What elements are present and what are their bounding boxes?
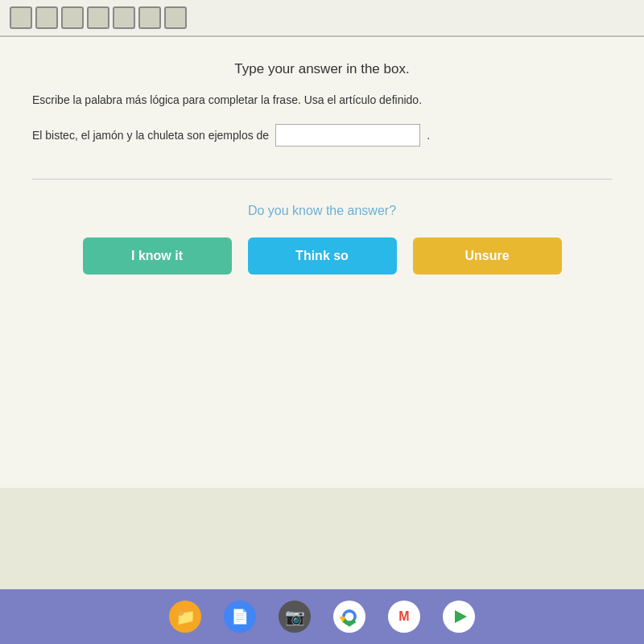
gmail-taskbar-icon[interactable]: M (388, 601, 420, 633)
play-store-taskbar-icon[interactable] (443, 601, 475, 633)
question-text: El bistec, el jamón y la chuleta son eje… (32, 129, 269, 142)
progress-box-2 (35, 6, 58, 29)
instruction-title: Type your answer in the box. (32, 61, 612, 77)
question-row: El bistec, el jamón y la chuleta son eje… (32, 124, 612, 147)
instruction-subtitle: Escribe la palabra más lógica para compl… (32, 93, 612, 106)
camera-taskbar-icon[interactable]: 📷 (279, 601, 311, 633)
taskbar: 📁 📄 📷 M (0, 589, 644, 644)
folder-taskbar-icon[interactable]: 📁 (169, 601, 201, 633)
confidence-label: Do you know the answer? (32, 204, 612, 218)
think-so-button[interactable]: Think so (248, 237, 397, 275)
section-divider (32, 179, 612, 180)
i-know-it-button[interactable]: I know it (83, 237, 232, 275)
confidence-buttons: I know it Think so Unsure (32, 237, 612, 275)
docs-taskbar-icon[interactable]: 📄 (224, 601, 256, 633)
progress-box-7 (164, 6, 187, 29)
main-content: Type your answer in the box. Escribe la … (0, 37, 644, 488)
svg-point-2 (345, 613, 354, 621)
top-bar (0, 0, 644, 37)
progress-boxes (10, 6, 187, 29)
progress-box-3 (61, 6, 84, 29)
progress-box-1 (10, 6, 32, 29)
progress-box-4 (87, 6, 109, 29)
progress-box-5 (113, 6, 135, 29)
period-mark: . (427, 129, 430, 142)
progress-box-6 (138, 6, 161, 29)
unsure-button[interactable]: Unsure (413, 237, 562, 275)
chrome-taskbar-icon[interactable] (333, 601, 365, 633)
answer-input[interactable] (275, 124, 420, 147)
